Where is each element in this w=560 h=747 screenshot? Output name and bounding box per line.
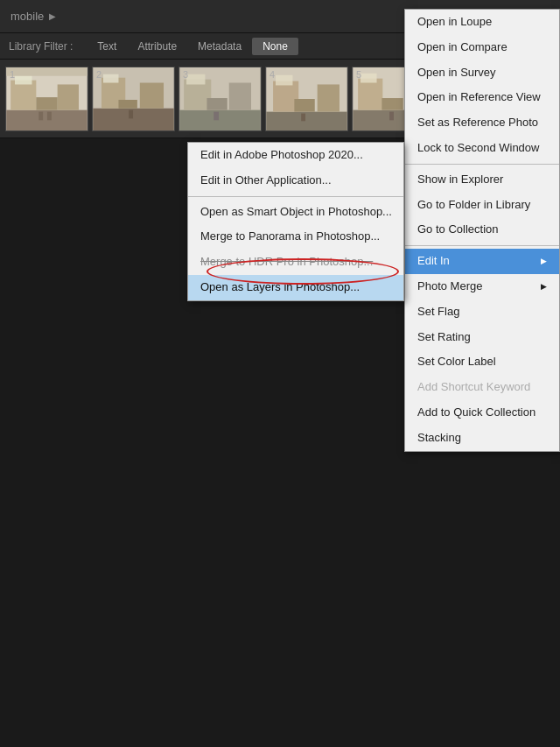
menu-add-quick[interactable]: Add to Quick Collection	[405, 400, 559, 426]
svg-rect-15	[129, 109, 133, 118]
context-menu-sub-edit-in: Edit in Adobe Photoshop 2020... Edit in …	[187, 142, 404, 301]
submenu-merge-hdr[interactable]: Merge to HDR Pro in Photoshop...	[188, 250, 403, 275]
submenu-edit-other[interactable]: Edit in Other Application...	[188, 168, 403, 194]
svg-rect-32	[358, 78, 382, 109]
menu-set-flag[interactable]: Set Flag	[405, 300, 559, 325]
thumb-num-2: 2	[96, 69, 102, 80]
menu-open-reference-view[interactable]: Open in Reference View	[405, 85, 559, 110]
menu-lock-second[interactable]: Lock to Second Window	[405, 136, 559, 161]
menu-open-loupe[interactable]: Open in Loupe	[405, 10, 559, 35]
thumbnail-2[interactable]: 2	[92, 67, 175, 131]
svg-rect-5	[36, 97, 57, 110]
submenu-open-layers[interactable]: Open as Layers in Photoshop...	[188, 275, 403, 300]
svg-rect-19	[186, 74, 205, 84]
svg-rect-10	[93, 108, 173, 130]
svg-rect-2	[10, 80, 36, 109]
svg-rect-29	[301, 113, 305, 121]
thumb-img-4	[266, 67, 347, 130]
svg-rect-28	[294, 99, 314, 112]
filter-text-btn[interactable]: Text	[87, 38, 127, 55]
menu-sep-1	[405, 164, 559, 165]
filter-metadata-btn[interactable]: Metadata	[187, 38, 252, 55]
submenu-merge-panorama[interactable]: Merge to Panorama in Photoshop...	[188, 224, 403, 250]
svg-rect-20	[229, 82, 251, 109]
svg-rect-27	[318, 84, 340, 111]
menu-edit-in[interactable]: Edit In	[405, 249, 559, 274]
svg-rect-22	[214, 111, 219, 120]
svg-marker-8	[6, 67, 87, 76]
menu-open-compare[interactable]: Open in Compare	[405, 35, 559, 60]
menu-add-shortcut: Add Shortcut Keyword	[405, 375, 559, 400]
menu-set-color[interactable]: Set Color Label	[405, 349, 559, 375]
svg-rect-7	[47, 111, 52, 120]
thumb-num-5: 5	[356, 69, 361, 80]
mobile-label: mobile	[10, 10, 44, 23]
breadcrumb-arrow: ▶	[49, 11, 56, 21]
svg-rect-21	[206, 98, 227, 110]
filter-label: Library Filter :	[9, 40, 73, 53]
svg-rect-33	[360, 73, 376, 82]
menu-stacking[interactable]: Stacking	[405, 426, 559, 451]
svg-rect-12	[103, 74, 119, 82]
thumb-img-2	[93, 67, 174, 130]
svg-rect-17	[179, 109, 260, 130]
menu-open-survey[interactable]: Open in Survey	[405, 60, 559, 86]
menu-go-collection[interactable]: Go to Collection	[405, 217, 559, 243]
thumbnail-1[interactable]: 1	[5, 67, 88, 131]
submenu-open-smart[interactable]: Open as Smart Object in Photoshop...	[188, 200, 403, 225]
thumbnail-4[interactable]: 4	[265, 67, 348, 131]
thumbnail-3[interactable]: 3	[178, 67, 262, 131]
thumb-num-1: 1	[10, 69, 15, 80]
svg-rect-13	[140, 82, 164, 108]
menu-set-rating[interactable]: Set Rating	[405, 325, 559, 350]
svg-rect-6	[38, 111, 43, 120]
svg-rect-24	[266, 111, 346, 130]
svg-rect-4	[58, 84, 79, 109]
thumb-num-4: 4	[270, 69, 275, 80]
svg-rect-14	[118, 99, 136, 108]
breadcrumb: mobile ▶	[10, 10, 56, 23]
svg-rect-35	[382, 98, 402, 110]
svg-rect-36	[389, 111, 394, 120]
menu-set-reference[interactable]: Set as Reference Photo	[405, 110, 559, 136]
submenu-sep-1	[188, 196, 403, 197]
svg-rect-26	[276, 74, 292, 85]
thumb-num-3: 3	[183, 69, 188, 80]
thumb-img-3	[179, 67, 261, 130]
filter-none-btn[interactable]: None	[252, 38, 298, 55]
svg-rect-1	[6, 109, 87, 130]
filter-attribute-btn[interactable]: Attribute	[127, 38, 187, 55]
context-menu-main: Open in Loupe Open in Compare Open in Su…	[404, 9, 560, 452]
submenu-edit-photoshop[interactable]: Edit in Adobe Photoshop 2020...	[188, 143, 403, 168]
menu-photo-merge[interactable]: Photo Merge	[405, 274, 559, 300]
menu-show-explorer[interactable]: Show in Explorer	[405, 167, 559, 193]
menu-folder-library[interactable]: Go to Folder in Library	[405, 193, 559, 218]
thumb-img-1	[6, 67, 88, 130]
menu-sep-2	[405, 245, 559, 246]
